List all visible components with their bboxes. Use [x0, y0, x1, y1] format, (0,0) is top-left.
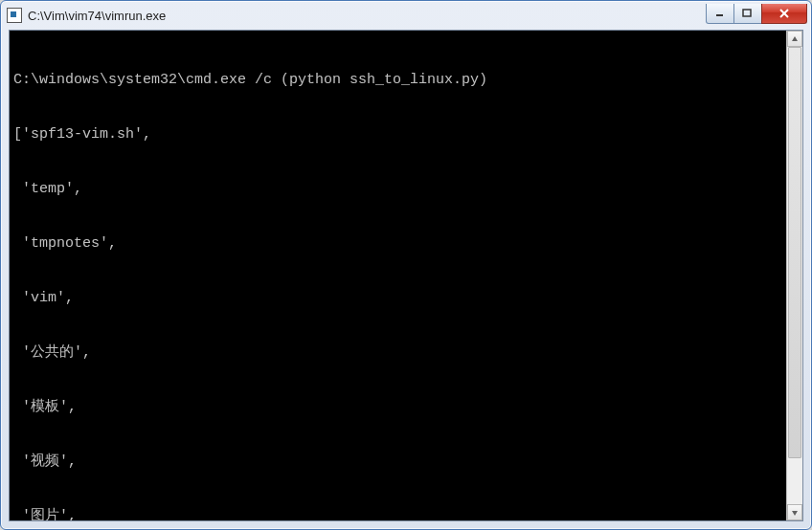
- terminal-wrap: C:\windows\system32\cmd.exe /c (python s…: [10, 31, 802, 520]
- scroll-track[interactable]: [787, 47, 802, 504]
- chevron-up-icon: [791, 35, 799, 43]
- terminal-line: 'temp',: [13, 180, 782, 198]
- client-area: C:\windows\system32\cmd.exe /c (python s…: [9, 30, 803, 521]
- terminal-line: '模板',: [13, 398, 782, 416]
- maximize-button[interactable]: [733, 4, 762, 24]
- terminal-line: 'tmpnotes',: [13, 234, 782, 253]
- titlebar[interactable]: C:\Vim\vim74\vimrun.exe: [1, 1, 811, 30]
- terminal[interactable]: C:\windows\system32\cmd.exe /c (python s…: [10, 31, 786, 520]
- chevron-down-icon: [791, 509, 799, 517]
- terminal-line: C:\windows\system32\cmd.exe /c (python s…: [13, 71, 782, 89]
- close-icon: [778, 9, 790, 18]
- terminal-line: '视频',: [13, 453, 782, 471]
- terminal-line: '图片',: [13, 507, 782, 520]
- scroll-down-button[interactable]: [787, 504, 802, 520]
- scroll-up-button[interactable]: [787, 31, 802, 47]
- app-icon: [7, 8, 22, 23]
- minimize-button[interactable]: [706, 4, 734, 24]
- window-frame: C:\Vim\vim74\vimrun.exe C:\windows\syste…: [0, 0, 812, 530]
- terminal-line: '公共的',: [13, 343, 782, 362]
- svg-rect-1: [743, 10, 751, 16]
- minimize-icon: [715, 9, 725, 18]
- svg-marker-4: [792, 36, 798, 41]
- terminal-line: 'vim',: [13, 289, 782, 307]
- close-button[interactable]: [761, 4, 807, 24]
- vertical-scrollbar[interactable]: [786, 31, 802, 520]
- window-buttons: [707, 4, 807, 24]
- maximize-icon: [742, 9, 754, 18]
- svg-marker-5: [792, 511, 798, 516]
- scroll-thumb[interactable]: [788, 47, 801, 458]
- window-title: C:\Vim\vim74\vimrun.exe: [28, 9, 166, 23]
- terminal-line: ['spf13-vim.sh',: [13, 125, 782, 144]
